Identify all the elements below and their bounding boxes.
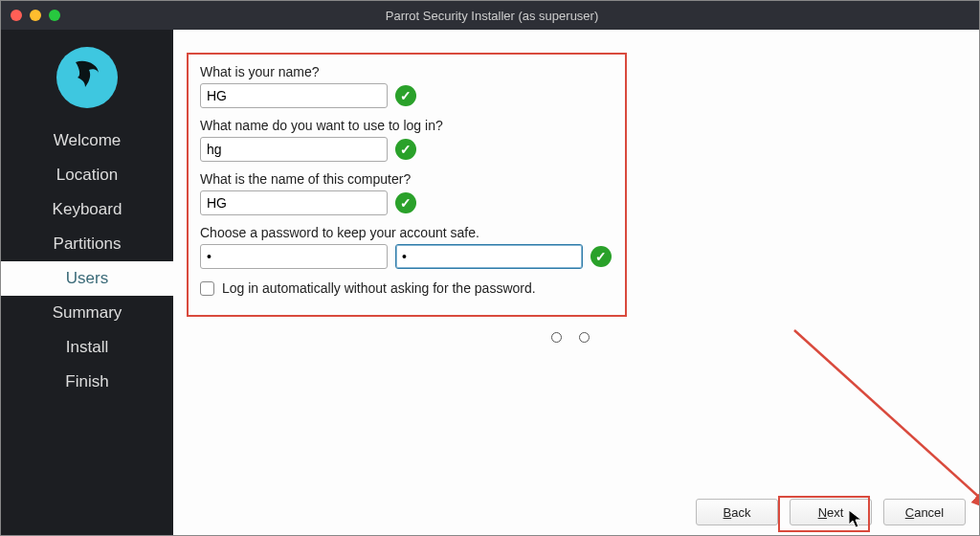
page-dot[interactable] <box>579 332 590 343</box>
password-input[interactable] <box>200 244 388 269</box>
page-dot[interactable] <box>551 332 562 343</box>
login-label: What name do you want to use to log in? <box>200 118 613 133</box>
name-label: What is your name? <box>200 64 613 79</box>
step-partitions[interactable]: Partitions <box>1 227 173 261</box>
minimize-icon[interactable] <box>30 10 41 21</box>
step-keyboard[interactable]: Keyboard <box>1 192 173 227</box>
check-icon: ✓ <box>395 139 416 160</box>
password-label: Choose a password to keep your account s… <box>200 225 613 240</box>
check-icon: ✓ <box>590 246 612 267</box>
login-input[interactable] <box>200 137 388 162</box>
cancel-button[interactable]: Cancel <box>883 499 966 525</box>
step-finish[interactable]: Finish <box>1 365 173 399</box>
check-icon: ✓ <box>395 192 416 213</box>
back-button[interactable]: Back <box>696 499 778 525</box>
step-summary[interactable]: Summary <box>1 296 173 330</box>
pager <box>551 332 590 343</box>
next-button[interactable]: Next <box>790 499 872 525</box>
autologin-checkbox[interactable] <box>200 281 214 296</box>
hostname-input[interactable] <box>200 190 388 215</box>
step-install[interactable]: Install <box>1 330 173 365</box>
name-input[interactable] <box>200 83 388 108</box>
window-title: Parrot Security Installer (as superuser) <box>60 9 924 23</box>
titlebar: Parrot Security Installer (as superuser) <box>1 1 979 30</box>
step-location[interactable]: Location <box>1 158 173 192</box>
step-welcome[interactable]: Welcome <box>1 123 173 158</box>
password-confirm-input[interactable] <box>395 244 583 269</box>
host-label: What is the name of this computer? <box>200 171 613 187</box>
main-panel: What is your name? ✓ What name do you wa… <box>173 30 979 535</box>
window-body: Welcome Location Keyboard Partitions Use… <box>1 30 979 535</box>
check-icon: ✓ <box>395 85 416 106</box>
form-highlight-box: What is your name? ✓ What name do you wa… <box>187 53 627 317</box>
step-users[interactable]: Users <box>1 261 173 296</box>
button-bar: Back Next Cancel <box>696 499 966 525</box>
sidebar: Welcome Location Keyboard Partitions Use… <box>1 30 173 535</box>
installer-window: Parrot Security Installer (as superuser)… <box>0 0 980 536</box>
maximize-icon[interactable] <box>49 10 60 21</box>
parrot-logo-icon <box>56 47 118 108</box>
window-controls <box>11 10 60 21</box>
close-icon[interactable] <box>11 10 22 21</box>
autologin-label: Log in automatically without asking for … <box>222 280 536 296</box>
svg-line-0 <box>794 330 979 508</box>
